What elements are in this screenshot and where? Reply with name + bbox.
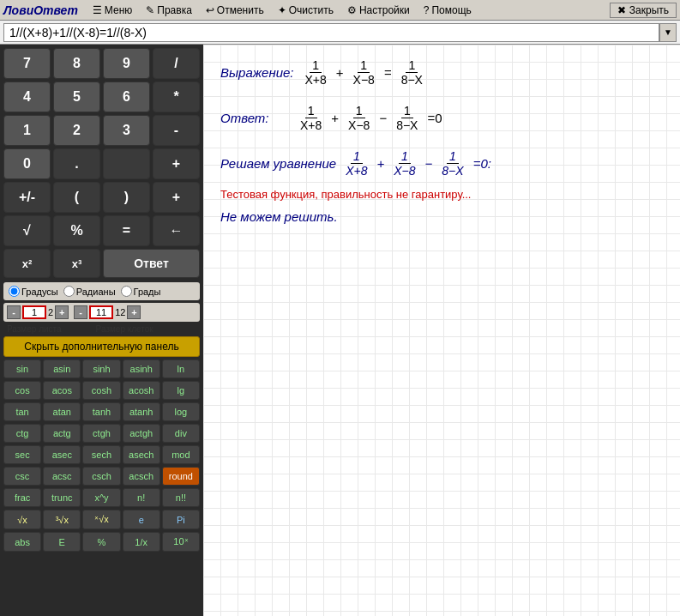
radio-radians[interactable]: Радианы (63, 286, 116, 297)
fn-sech[interactable]: sech (82, 445, 120, 464)
fn-sec[interactable]: sec (3, 445, 41, 464)
fn-acos[interactable]: acos (43, 381, 81, 400)
cell-size-minus[interactable]: - (74, 305, 87, 319)
fn-nthrtx[interactable]: ˣ√x (82, 510, 120, 529)
menu-btn-undo[interactable]: ↩ Отменить (200, 3, 270, 18)
menu-btn-settings[interactable]: ⚙ Настройки (341, 3, 416, 18)
fn-log[interactable]: log (162, 402, 200, 421)
fn-e[interactable]: e (123, 510, 160, 529)
fn-lg[interactable]: lg (162, 381, 200, 400)
fn-actg[interactable]: actg (43, 424, 81, 443)
calc-grid-special: x² x³ Ответ (3, 249, 200, 278)
fn-actgh[interactable]: actgh (123, 424, 160, 443)
cell-size-plus[interactable]: + (127, 305, 141, 319)
btn-0[interactable]: 0 (3, 148, 51, 179)
fn-atan[interactable]: atan (43, 402, 81, 421)
fn-ctg[interactable]: ctg (3, 424, 41, 443)
fn-div[interactable]: div (162, 424, 200, 443)
fn-10x[interactable]: 10ˣ (162, 532, 200, 552)
fn-cubertx[interactable]: ³√x (43, 510, 81, 529)
fn-E[interactable]: E (43, 532, 81, 552)
fn-tanh[interactable]: tanh (82, 402, 120, 421)
fn-asin[interactable]: asin (43, 359, 81, 378)
btn-lparen[interactable]: ( (53, 182, 100, 213)
btn-9[interactable]: 9 (103, 48, 150, 79)
btn-plus2[interactable]: + (153, 182, 200, 213)
formula-dropdown[interactable]: ▼ (659, 23, 677, 42)
fn-sqrtx[interactable]: √x (3, 510, 41, 529)
fn-asinh[interactable]: asinh (123, 359, 160, 378)
page-size-minus[interactable]: - (7, 305, 21, 319)
btn-plusminus[interactable]: +/- (3, 182, 51, 213)
fn-round[interactable]: round (162, 467, 200, 486)
fn-atanh[interactable]: atanh (123, 402, 160, 421)
fn-csc[interactable]: csc (3, 467, 41, 486)
formula-input[interactable] (3, 23, 659, 42)
radio-degrees-input[interactable] (9, 286, 20, 297)
fn-ctgh[interactable]: ctgh (82, 424, 120, 443)
fn-cosh[interactable]: cosh (82, 381, 120, 400)
btn-5[interactable]: 5 (53, 82, 100, 112)
ans-frac-1-x8: 1 X+8 (298, 104, 324, 132)
radio-degrees[interactable]: Градусы (9, 286, 58, 297)
cell-size-input[interactable] (89, 305, 113, 319)
fn-xpowy[interactable]: x^y (82, 488, 120, 507)
fn-acsc[interactable]: acsc (43, 467, 81, 486)
menu-btn-menu[interactable]: ☰ Меню (87, 3, 138, 18)
fn-acosh[interactable]: acosh (123, 381, 160, 400)
radio-radians-input[interactable] (63, 286, 75, 297)
content-panel: Выражение: 1 X+8 + 1 X−8 = 1 8−X О (203, 45, 680, 616)
solve-label: Решаем уравнение (220, 156, 336, 171)
btn-answer[interactable]: Ответ (103, 249, 200, 278)
hide-panel-button[interactable]: Скрыть дополнительную панель (3, 336, 200, 357)
menu-btn-clear[interactable]: ✦ Очистить (272, 3, 340, 18)
btn-sqrt[interactable]: √ (3, 215, 51, 246)
fn-ln[interactable]: ln (162, 359, 200, 378)
btn-empty1[interactable] (103, 148, 150, 179)
fn-pct[interactable]: % (82, 532, 120, 552)
btn-1[interactable]: 1 (3, 115, 51, 146)
page-size-plus[interactable]: + (55, 305, 69, 319)
btn-percent[interactable]: % (53, 215, 100, 246)
btn-sub[interactable]: - (153, 115, 200, 146)
fn-invx[interactable]: 1/x (123, 532, 160, 552)
fn-tan[interactable]: tan (3, 402, 41, 421)
solve-math: 1 X+8 + 1 X−8 − 1 8−X =0: (341, 149, 491, 178)
fn-sin[interactable]: sin (3, 359, 41, 378)
fn-sinh[interactable]: sinh (82, 359, 120, 378)
fn-mod[interactable]: mod (162, 445, 200, 464)
btn-3[interactable]: 3 (103, 115, 150, 146)
fn-pi[interactable]: Pi (162, 510, 200, 529)
btn-2[interactable]: 2 (53, 115, 100, 146)
page-size-input1[interactable] (22, 305, 46, 319)
btn-4[interactable]: 4 (3, 82, 51, 112)
close-button[interactable]: ✖ Закрыть (610, 3, 677, 18)
btn-equals[interactable]: = (103, 215, 150, 246)
menu-btn-edit[interactable]: ✎ Правка (140, 3, 198, 18)
fn-cos[interactable]: cos (3, 381, 41, 400)
menu-btn-help[interactable]: ? Помощь (418, 3, 478, 18)
fn-abs[interactable]: abs (3, 532, 41, 552)
fn-asech[interactable]: asech (123, 445, 160, 464)
btn-dot[interactable]: . (53, 148, 100, 179)
btn-backspace[interactable]: ← (153, 215, 200, 246)
fn-ndfact[interactable]: n!! (162, 488, 200, 507)
btn-x3[interactable]: x³ (53, 249, 100, 278)
btn-add[interactable]: + (153, 148, 200, 179)
btn-6[interactable]: 6 (103, 82, 150, 112)
btn-x2[interactable]: x² (3, 249, 51, 278)
btn-rparen[interactable]: ) (103, 182, 150, 213)
btn-div[interactable]: / (153, 48, 200, 79)
radio-grads[interactable]: Грады (121, 286, 161, 297)
fn-frac[interactable]: frac (3, 488, 41, 507)
radio-grads-input[interactable] (121, 286, 132, 297)
fn-trunc[interactable]: trunc (43, 488, 81, 507)
size-controls: - 2 + - 12 + (3, 303, 200, 322)
fn-asec[interactable]: asec (43, 445, 81, 464)
btn-mul[interactable]: * (153, 82, 200, 112)
fn-nfact[interactable]: n! (123, 488, 160, 507)
fn-csch[interactable]: csch (82, 467, 120, 486)
btn-8[interactable]: 8 (53, 48, 100, 79)
btn-7[interactable]: 7 (3, 48, 51, 79)
fn-acsch[interactable]: acsch (123, 467, 160, 486)
